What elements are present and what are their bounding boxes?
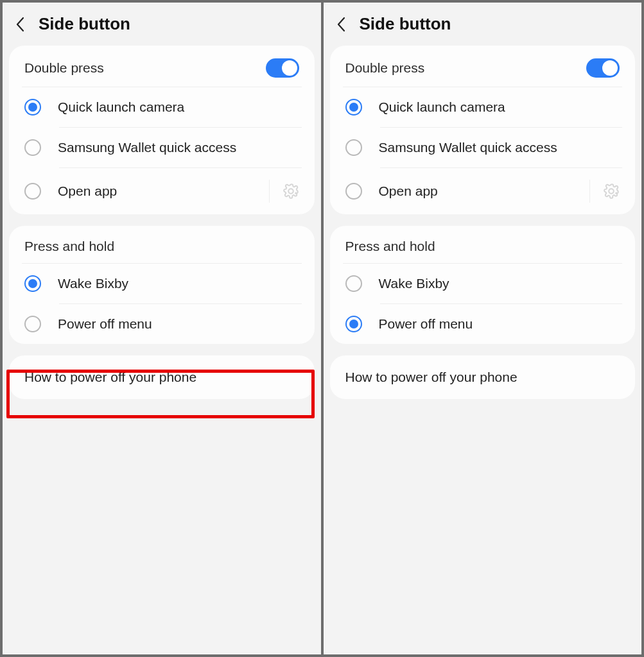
radio-icon bbox=[345, 183, 362, 200]
radio-icon bbox=[24, 183, 41, 200]
press-hold-card: Press and hold Wake Bixby Power off menu bbox=[9, 226, 315, 344]
press-hold-header: Press and hold bbox=[330, 226, 636, 263]
option-power-off-menu[interactable]: Power off menu bbox=[330, 304, 636, 344]
press-hold-card: Press and hold Wake Bixby Power off menu bbox=[330, 226, 636, 344]
double-press-header-row: Double press bbox=[9, 46, 315, 87]
option-label: Power off menu bbox=[379, 316, 620, 332]
how-to-power-off-link[interactable]: How to power off your phone bbox=[330, 355, 636, 399]
option-open-app[interactable]: Open app bbox=[330, 168, 636, 214]
link-label: How to power off your phone bbox=[345, 370, 620, 385]
radio-icon bbox=[24, 139, 41, 156]
press-hold-header: Press and hold bbox=[9, 226, 315, 263]
phone-screen-left: Side button Double press Quick launch ca… bbox=[3, 3, 321, 654]
option-label: Quick launch camera bbox=[379, 99, 620, 115]
gear-icon bbox=[603, 183, 620, 200]
radio-icon bbox=[24, 99, 41, 115]
back-button[interactable] bbox=[335, 15, 347, 34]
option-samsung-wallet[interactable]: Samsung Wallet quick access bbox=[9, 128, 315, 167]
chevron-left-icon bbox=[336, 17, 345, 32]
radio-icon bbox=[345, 99, 362, 115]
double-press-toggle[interactable] bbox=[266, 58, 299, 78]
double-press-header-row: Double press bbox=[330, 46, 636, 87]
option-label: Samsung Wallet quick access bbox=[379, 140, 620, 155]
radio-icon bbox=[345, 139, 362, 156]
chevron-left-icon bbox=[15, 17, 24, 32]
double-press-card: Double press Quick launch camera Samsung… bbox=[330, 46, 636, 214]
page-title: Side button bbox=[360, 14, 451, 34]
radio-icon bbox=[24, 316, 41, 332]
header: Side button bbox=[3, 3, 321, 46]
option-label: Samsung Wallet quick access bbox=[58, 140, 299, 155]
option-open-app[interactable]: Open app bbox=[9, 168, 315, 214]
how-to-power-off-link[interactable]: How to power off your phone bbox=[9, 355, 315, 399]
link-label: How to power off your phone bbox=[24, 370, 299, 385]
option-label: Quick launch camera bbox=[58, 99, 299, 115]
double-press-toggle[interactable] bbox=[586, 58, 620, 78]
radio-icon bbox=[24, 275, 41, 292]
phone-screen-right: Side button Double press Quick launch ca… bbox=[324, 3, 642, 654]
option-wake-bixby[interactable]: Wake Bixby bbox=[9, 264, 315, 303]
double-press-header: Double press bbox=[345, 60, 425, 76]
option-label: Wake Bixby bbox=[379, 276, 620, 291]
option-label: Open app bbox=[379, 183, 573, 199]
option-label: Power off menu bbox=[58, 316, 299, 332]
header: Side button bbox=[324, 3, 642, 46]
radio-icon bbox=[345, 275, 362, 292]
option-quick-launch-camera[interactable]: Quick launch camera bbox=[9, 87, 315, 127]
back-button[interactable] bbox=[14, 15, 26, 34]
option-wake-bixby[interactable]: Wake Bixby bbox=[330, 264, 636, 303]
page-title: Side button bbox=[39, 14, 130, 34]
radio-icon bbox=[345, 316, 362, 332]
option-power-off-menu[interactable]: Power off menu bbox=[9, 304, 315, 344]
option-label: Open app bbox=[58, 183, 252, 199]
open-app-settings-button[interactable] bbox=[269, 180, 299, 203]
option-quick-launch-camera[interactable]: Quick launch camera bbox=[330, 87, 636, 127]
double-press-card: Double press Quick launch camera Samsung… bbox=[9, 46, 315, 214]
option-label: Wake Bixby bbox=[58, 276, 299, 291]
double-press-header: Double press bbox=[24, 60, 104, 76]
open-app-settings-button[interactable] bbox=[589, 180, 620, 203]
option-samsung-wallet[interactable]: Samsung Wallet quick access bbox=[330, 128, 636, 167]
gear-icon bbox=[283, 183, 299, 200]
